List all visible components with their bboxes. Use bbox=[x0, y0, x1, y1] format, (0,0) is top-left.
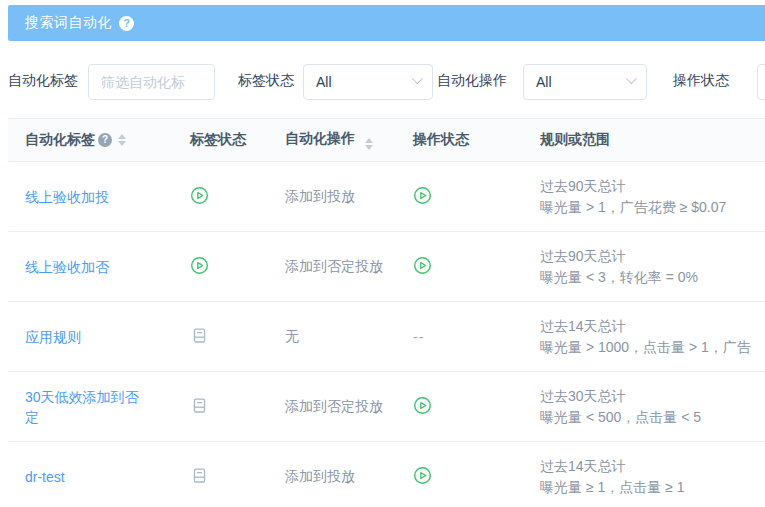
filter-bar: 自动化标签 标签状态 All 自动化操作 All 操作状态 bbox=[0, 60, 765, 104]
rule-condition: 曝光量 > 1，广告花费 ≥ $0.07 bbox=[540, 197, 765, 218]
table-row: dr-test -- 添加到投放 -- 过去14天总计 曝光量 ≥ 1，点击量 … bbox=[8, 442, 765, 507]
tag-status-icon: -- bbox=[190, 396, 209, 415]
automation-tag-link[interactable]: 应用规则 bbox=[25, 327, 81, 347]
tag-status-select[interactable]: All bbox=[303, 64, 433, 100]
page-title: 搜索词自动化 bbox=[25, 14, 112, 32]
help-icon[interactable]: ? bbox=[119, 16, 134, 31]
column-header-tag-status: 标签状态 bbox=[180, 131, 285, 149]
tag-status-filter-label: 标签状态 bbox=[238, 72, 294, 90]
action-status-icon: -- bbox=[413, 396, 432, 415]
sort-icon[interactable] bbox=[365, 138, 373, 151]
action-label: 添加到投放 bbox=[285, 468, 410, 486]
action-status-icon: -- bbox=[413, 256, 432, 275]
automation-tag-filter-input[interactable] bbox=[89, 65, 214, 99]
rule-period: 过去90天总计 bbox=[540, 246, 765, 267]
rule-cell: 过去90天总计 曝光量 > 1，广告花费 ≥ $0.07 bbox=[540, 176, 765, 218]
column-header-action[interactable]: 自动化操作 bbox=[285, 130, 410, 151]
table-row: 线上验收加否 -- 添加到否定投放 -- 过去90天总计 曝光量 < 3，转化率… bbox=[8, 232, 765, 302]
rule-condition: 曝光量 ≥ 1，点击量 ≥ 1 bbox=[540, 477, 765, 498]
automation-tag-filter-label: 自动化标签 bbox=[8, 72, 78, 90]
automation-tag-link[interactable]: dr-test bbox=[25, 467, 65, 487]
question-circle-icon[interactable]: ? bbox=[98, 133, 112, 147]
table-row: 应用规则 -- 无 -- 过去14天总计 曝光量 > 1000，点击量 > 1，… bbox=[8, 302, 765, 372]
rule-period: 过去14天总计 bbox=[540, 316, 765, 337]
rule-condition: 曝光量 < 500，点击量 < 5 bbox=[540, 407, 765, 428]
column-header-tag[interactable]: 自动化标签 ? bbox=[8, 131, 180, 149]
tag-status-icon: -- bbox=[190, 466, 209, 485]
rule-period: 过去14天总计 bbox=[540, 456, 765, 477]
chevron-down-icon bbox=[626, 73, 637, 84]
rule-period: 过去90天总计 bbox=[540, 176, 765, 197]
tag-status-icon: -- bbox=[190, 256, 209, 275]
rule-cell: 过去14天总计 曝光量 > 1000，点击量 > 1，广告 bbox=[540, 316, 765, 358]
tag-status-icon: -- bbox=[190, 186, 209, 205]
action-label: 添加到投放 bbox=[285, 188, 410, 206]
rule-cell: 过去30天总计 曝光量 < 500，点击量 < 5 bbox=[540, 386, 765, 428]
automation-action-select[interactable]: All bbox=[523, 64, 647, 100]
automation-table: 自动化标签 ? 标签状态 自动化操作 操作状态 规则或范围 线上验收加投 -- … bbox=[8, 118, 765, 507]
column-header-action-status: 操作状态 bbox=[410, 131, 540, 149]
panel-header: 搜索词自动化 ? bbox=[8, 5, 765, 41]
automation-tag-link[interactable]: 线上验收加否 bbox=[25, 257, 109, 277]
rule-cell: 过去14天总计 曝光量 ≥ 1，点击量 ≥ 1 bbox=[540, 456, 765, 498]
automation-action-filter-label: 自动化操作 bbox=[437, 72, 507, 90]
action-status-icon: -- bbox=[413, 186, 432, 205]
table-row: 线上验收加投 -- 添加到投放 -- 过去90天总计 曝光量 > 1，广告花费 … bbox=[8, 162, 765, 232]
chevron-down-icon bbox=[412, 73, 423, 84]
table-header-row: 自动化标签 ? 标签状态 自动化操作 操作状态 规则或范围 bbox=[8, 118, 765, 162]
column-header-rule: 规则或范围 bbox=[540, 131, 765, 149]
automation-action-select-value: All bbox=[536, 74, 552, 90]
tag-status-select-value: All bbox=[316, 74, 332, 90]
sort-icon[interactable] bbox=[118, 134, 126, 147]
tag-status-icon: -- bbox=[190, 326, 209, 345]
automation-tag-link[interactable]: 30天低效添加到否定 bbox=[25, 387, 150, 427]
automation-tag-link[interactable]: 线上验收加投 bbox=[25, 187, 109, 207]
automation-tag-filter-box bbox=[88, 64, 215, 100]
rule-period: 过去30天总计 bbox=[540, 386, 765, 407]
action-label: 添加到否定投放 bbox=[285, 258, 410, 276]
action-label: 添加到否定投放 bbox=[285, 398, 410, 416]
rule-cell: 过去90天总计 曝光量 < 3，转化率 = 0% bbox=[540, 246, 765, 288]
rule-condition: 曝光量 > 1000，点击量 > 1，广告 bbox=[540, 337, 765, 358]
action-status-icon: -- bbox=[413, 329, 424, 345]
action-status-select[interactable] bbox=[757, 64, 765, 100]
action-status-icon: -- bbox=[413, 466, 432, 485]
action-label: 无 bbox=[285, 328, 410, 346]
action-status-filter-label: 操作状态 bbox=[673, 72, 729, 90]
rule-condition: 曝光量 < 3，转化率 = 0% bbox=[540, 267, 765, 288]
table-row: 30天低效添加到否定 -- 添加到否定投放 -- 过去30天总计 曝光量 < 5… bbox=[8, 372, 765, 442]
